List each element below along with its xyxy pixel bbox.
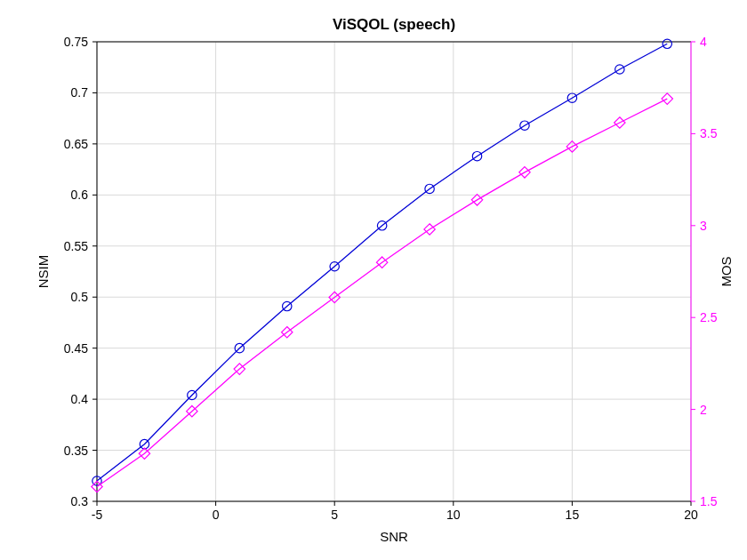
x-tick-label: 5 (331, 508, 338, 522)
yl-tick-label: 0.75 (64, 35, 88, 49)
yl-tick-label: 0.6 (71, 188, 89, 202)
chart-svg: -5051015200.30.350.40.450.50.550.60.650.… (0, 0, 747, 560)
yl-tick-label: 0.65 (64, 137, 88, 151)
yr-tick-label: 2 (700, 403, 707, 417)
yl-tick-label: 0.3 (71, 494, 89, 508)
x-tick-label: -5 (92, 508, 103, 522)
x-axis-label: SNR (380, 529, 408, 544)
yl-tick-label: 0.45 (64, 341, 88, 356)
plot-area (97, 42, 691, 501)
yr-tick-label: 3.5 (700, 126, 718, 140)
x-tick-label: 0 (213, 508, 220, 522)
yl-tick-label: 0.4 (71, 392, 89, 406)
x-tick-label: 15 (566, 508, 580, 522)
yl-tick-label: 0.55 (64, 239, 88, 253)
chart-container: -5051015200.30.350.40.450.50.550.60.650.… (0, 0, 747, 560)
yl-tick-label: 0.5 (71, 290, 89, 304)
yr-tick-label: 2.5 (700, 310, 718, 324)
yr-tick-label: 1.5 (700, 494, 718, 508)
yl-axis-label: NSIM (36, 255, 51, 289)
chart-title: ViSQOL (speech) (333, 16, 455, 33)
yr-axis-label: MOS (719, 256, 734, 286)
x-tick-label: 20 (684, 508, 698, 522)
yr-tick-label: 4 (700, 35, 707, 49)
yr-tick-label: 3 (700, 219, 707, 233)
yl-tick-label: 0.35 (64, 444, 88, 458)
yl-tick-label: 0.7 (71, 85, 89, 100)
x-tick-label: 10 (446, 508, 461, 522)
